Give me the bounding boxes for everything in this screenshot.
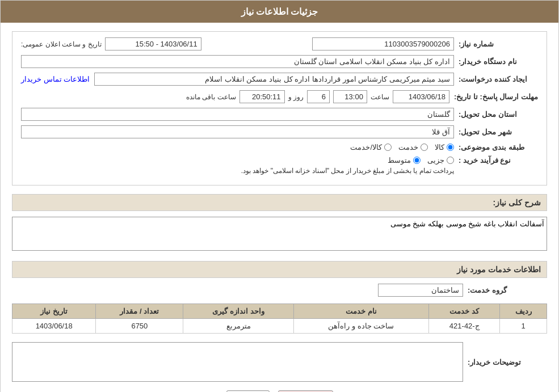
delivery-city-value: آق قلا <box>21 125 454 138</box>
page-wrapper: جزئیات اطلاعات نیاز شماره نیاز: 11030035… <box>0 0 559 392</box>
subject-category-label: طبقه بندی موضوعی: <box>459 143 538 151</box>
buyer-notes-row: توضیحات خریدار: <box>12 342 547 382</box>
radio-motavasset-label: متوسط <box>388 156 411 165</box>
announcement-date-label: تاریخ و ساعت اعلان عمومی: <box>21 40 102 48</box>
cell-unit: مترمربع <box>183 319 293 334</box>
cell-row-num: 1 <box>500 319 547 334</box>
purchase-type-row: نوع فرآیند خرید : جزیی متوسط پرداخت تمام… <box>21 156 538 175</box>
col-service-code: کد خدمت <box>429 304 500 319</box>
purchase-type-radio-group: جزیی متوسط <box>21 156 454 165</box>
col-unit: واحد اندازه گیری <box>183 304 293 319</box>
requester-label: ایجاد کننده درخواست: <box>459 75 538 83</box>
deadline-remaining: 20:50:11 <box>239 90 285 103</box>
need-number-row: شماره نیاز: 1103003579000206 1403/06/11 … <box>21 37 538 50</box>
table-row: 1 ج-42-421 ساخت جاده و راه‌آهن مترمربع 6… <box>12 319 547 334</box>
deadline-row: مهلت ارسال پاسخ: تا تاریخ: 1403/06/18 سا… <box>21 90 538 103</box>
announcement-date-value: 1403/06/11 - 15:50 <box>105 37 201 50</box>
need-description-textarea[interactable]: آسفالت انقلاب باغه شیخ موسی بهلکه شیخ مو… <box>12 217 547 251</box>
purchase-type-note: پرداخت تمام یا بخشی از مبلغ خریدار از مح… <box>21 167 454 175</box>
radio-jozi: جزیی <box>427 156 454 165</box>
need-number-label: شماره نیاز: <box>459 40 538 48</box>
cell-service-code: ج-42-421 <box>429 319 500 334</box>
col-service-name: نام خدمت <box>293 304 428 319</box>
radio-kala-khedmat-input[interactable] <box>384 144 392 151</box>
radio-khedmat-label: خدمت <box>398 143 418 151</box>
reply-deadline-label: مهلت ارسال پاسخ: تا تاریخ: <box>454 92 538 101</box>
delivery-province-label: استان محل تحویل: <box>459 110 538 119</box>
info-section: شماره نیاز: 1103003579000206 1403/06/11 … <box>12 31 547 186</box>
services-title: اطلاعات خدمات مورد نیاز <box>12 261 547 278</box>
cell-quantity: 6750 <box>96 319 183 334</box>
time-label: ساعت <box>371 93 389 101</box>
radio-kala-label: کالا <box>435 143 444 151</box>
requester-name: سید میثم میرکریمی کارشناس امور قراردادها… <box>94 73 454 86</box>
service-group-value: ساختمان <box>378 284 463 297</box>
table-header-row: ردیف کد خدمت نام خدمت واحد اندازه گیری ت… <box>12 304 547 319</box>
purchase-type-label: نوع فرآیند خرید : <box>459 156 538 165</box>
remaining-label: ساعت باقی مانده <box>186 93 236 101</box>
buyer-org-row: نام دستگاه خریدار: اداره کل بنیاد مسکن ا… <box>21 55 538 68</box>
need-description-section: شرح کلی نیاز: آسفالت انقلاب باغه شیخ موس… <box>12 194 547 252</box>
service-group-label: گروه خدمت: <box>468 286 547 294</box>
radio-kala-khedmat-label: کالا/خدمت <box>350 143 382 151</box>
need-number-value: 1103003579000206 <box>312 37 454 50</box>
radio-kala-input[interactable] <box>447 144 454 151</box>
delivery-city-label: شهر محل تحویل: <box>459 128 538 136</box>
days-unit-label: روز و <box>288 93 304 101</box>
delivery-city-row: شهر محل تحویل: آق قلا <box>21 125 538 138</box>
radio-jozi-label: جزیی <box>427 156 444 165</box>
requester-row: ایجاد کننده درخواست: سید میثم میرکریمی ک… <box>21 73 538 86</box>
buyer-notes-label: توضیحات خریدار: <box>468 358 547 366</box>
delivery-province-row: استان محل تحویل: گلستان <box>21 108 538 121</box>
radio-motavasset: متوسط <box>388 156 421 165</box>
col-date: تاریخ نیاز <box>12 304 96 319</box>
services-section: اطلاعات خدمات مورد نیاز گروه خدمت: ساختم… <box>12 261 547 334</box>
radio-khedmat-input[interactable] <box>421 144 428 151</box>
delivery-province-value: گلستان <box>21 108 454 121</box>
radio-jozi-input[interactable] <box>447 157 454 164</box>
page-header: جزئیات اطلاعات نیاز <box>1 1 558 23</box>
radio-kala: کالا <box>435 143 454 151</box>
radio-khedmat: خدمت <box>398 143 428 151</box>
contact-link[interactable]: اطلاعات تماس خریدار <box>21 75 90 83</box>
buyer-notes-textarea[interactable] <box>12 342 463 382</box>
need-description-title: شرح کلی نیاز: <box>12 194 547 211</box>
services-table: ردیف کد خدمت نام خدمت واحد اندازه گیری ت… <box>12 304 547 334</box>
buyer-org-value: اداره کل بنیاد مسکن انقلاب اسلامی استان … <box>21 55 454 68</box>
buyer-org-label: نام دستگاه خریدار: <box>459 57 538 66</box>
purchase-type-content: جزیی متوسط پرداخت تمام یا بخشی از مبلغ خ… <box>21 156 454 175</box>
service-group-row: گروه خدمت: ساختمان <box>12 284 547 297</box>
deadline-days: 6 <box>307 90 330 103</box>
col-row-num: ردیف <box>500 304 547 319</box>
page-title: جزئیات اطلاعات نیاز <box>241 7 318 16</box>
subject-radio-group: کالا خدمت کالا/خدمت <box>350 143 454 151</box>
cell-service-name: ساخت جاده و راه‌آهن <box>293 319 428 334</box>
buyer-notes-section: توضیحات خریدار: <box>12 342 547 382</box>
subject-category-row: طبقه بندی موضوعی: کالا خدمت کالا/خدمت <box>21 143 538 151</box>
radio-motavasset-input[interactable] <box>413 157 421 164</box>
col-quantity: تعداد / مقدار <box>96 304 183 319</box>
deadline-date: 1403/06/18 <box>393 90 449 103</box>
content-area: شماره نیاز: 1103003579000206 1403/06/11 … <box>1 23 558 392</box>
cell-date: 1403/06/18 <box>12 319 96 334</box>
radio-kala-khedmat: کالا/خدمت <box>350 143 392 151</box>
deadline-details: 1403/06/18 ساعت 13:00 6 روز و 20:50:11 س… <box>21 90 449 103</box>
deadline-time: 13:00 <box>333 90 367 103</box>
